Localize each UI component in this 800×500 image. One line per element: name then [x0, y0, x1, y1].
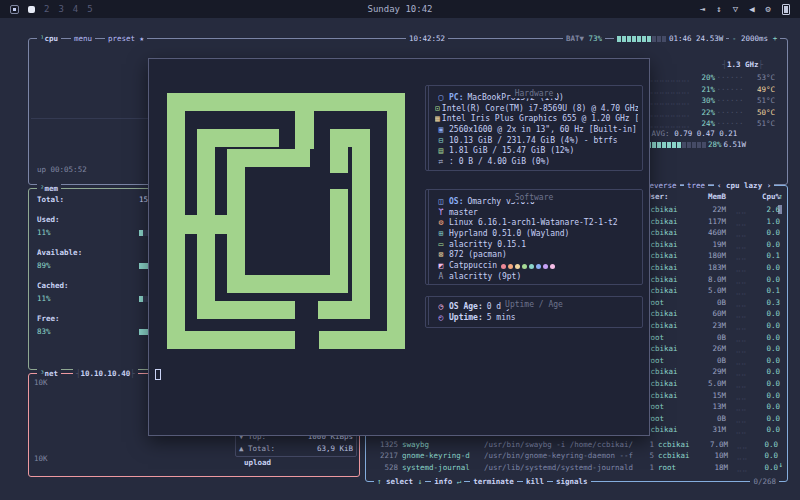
- dot-leader: ······: [715, 73, 745, 82]
- process-user: ccbikai: [646, 216, 692, 228]
- process-cpu: 0.0: [756, 366, 780, 378]
- process-row-detailed[interactable]: 528systemd-journal/usr/lib/systemd/syste…: [372, 462, 784, 473]
- process-row[interactable]: ccbikai31M⣀⣀0.0: [646, 424, 784, 436]
- process-cpu: 0.0: [756, 239, 780, 251]
- process-cpu: 0.3: [756, 297, 780, 309]
- sort-selector[interactable]: ‹ cpu lazy ›: [714, 181, 774, 190]
- process-mem: 26M: [692, 343, 726, 355]
- process-row[interactable]: ccbikai26M⣀⣀0.0: [646, 343, 784, 355]
- upload-tab[interactable]: upload: [241, 458, 274, 467]
- process-cpu: 0.0: [756, 308, 780, 320]
- process-threads: 1: [642, 462, 654, 473]
- scroll-up-icon[interactable]: ↑: [778, 192, 783, 201]
- core-usage: 24%: [689, 119, 715, 128]
- process-row[interactable]: ccbikai460M⣀⣀0.0: [646, 227, 784, 239]
- process-row[interactable]: ccbikai5.0M⣀⣀0.0: [646, 378, 784, 390]
- process-user: ccbikai: [646, 274, 692, 286]
- hardware-title: Hardware: [511, 89, 558, 98]
- kernel-icon: ⚙: [435, 218, 447, 229]
- meter-block: [622, 36, 626, 42]
- process-mem: 7.0M: [700, 439, 728, 450]
- process-row[interactable]: ccbikai15M⣀⣀0.0: [646, 390, 784, 402]
- dot-leader: ······: [715, 96, 745, 105]
- font-icon: A: [435, 272, 447, 283]
- process-cpu: 0.0: [756, 439, 778, 450]
- battery-icon[interactable]: [782, 4, 790, 15]
- process-command: /usr/lib/systemd/systemd-journald: [484, 462, 642, 473]
- process-row[interactable]: ccbikai60M⣀⣀0.0: [646, 308, 784, 320]
- meter-block: [627, 36, 631, 42]
- process-row[interactable]: ccbikai5.0M⣀⣀0.1: [646, 285, 784, 297]
- meter-block: [652, 142, 656, 148]
- process-row-detailed[interactable]: 2217gnome-keyring-d/usr/bin/gnome-keyrin…: [372, 450, 784, 461]
- process-row[interactable]: ccbikai183M⣀⣀0.0: [646, 262, 784, 274]
- fetch-row: ⇄: 0 B / 4.00 GiB (0%): [435, 157, 638, 168]
- fetch-row-text: alacritty (9pt): [449, 272, 521, 283]
- update-interval[interactable]: - 2000ms +: [729, 34, 780, 43]
- network-panel-title[interactable]: ³net: [37, 369, 61, 378]
- software-section: Software ◫OS:Omarchy v3.0.0ϒmaster⚙Linux…: [425, 189, 643, 285]
- process-cpu: 0.0: [756, 413, 780, 425]
- menu-button[interactable]: menu: [71, 34, 95, 43]
- fetch-row: ◩Catppuccin: [435, 261, 638, 272]
- battery-status: BAT▼ 73%: [563, 34, 605, 43]
- select-action[interactable]: ↑ select ↓: [374, 477, 425, 486]
- fetch-row-text: Hyprland 0.51.0 (Wayland): [449, 229, 569, 240]
- meter-block: [702, 142, 706, 148]
- dot-leader: ······: [715, 108, 745, 117]
- process-row[interactable]: root0B⣀⣀0.0: [646, 332, 784, 344]
- signals-action[interactable]: signals: [553, 477, 591, 486]
- meter-block: [657, 36, 661, 42]
- cpu-core-row: ⣀⣀⣀⣀⣀⣀⣀⣀⣀⣀20%······53°C: [637, 72, 783, 84]
- action-label: info: [434, 477, 452, 486]
- process-mem: 183M: [692, 262, 726, 274]
- core-temp: 49°C: [745, 85, 775, 94]
- meter-block: [697, 142, 701, 148]
- cpu-panel-title[interactable]: ¹cpu: [37, 34, 61, 43]
- preset-button[interactable]: preset ★: [105, 34, 147, 43]
- process-row[interactable]: ccbikai23M⣀⣀0.0: [646, 320, 784, 332]
- meter-block: [682, 142, 686, 148]
- terminate-action[interactable]: terminate: [470, 477, 517, 486]
- core-temp: 51°C: [745, 119, 775, 128]
- fetch-row: ⚙Linux 6.16.1-arch1-Watanare-T2-1-t2: [435, 218, 638, 229]
- process-row[interactable]: ccbikai117M⣀⣀1.0: [646, 216, 784, 228]
- process-row[interactable]: root0B⣀⣀0.0: [646, 355, 784, 367]
- process-row[interactable]: ccbikai22M⣀⣀2.6: [646, 204, 784, 216]
- kill-action[interactable]: kill: [523, 477, 547, 486]
- key-hint: ↓: [413, 477, 422, 486]
- fetch-row: Aalacritty (9pt): [435, 272, 638, 283]
- action-label: kill: [526, 477, 544, 486]
- fastfetch-window: Hardware ▢PC:MacBookPro15,2 (1.0)⊡Intel(…: [148, 58, 650, 436]
- key-hint: ↑: [377, 477, 386, 486]
- process-cpu: 0.0: [756, 424, 780, 436]
- process-cpu: 0.1: [756, 285, 780, 297]
- process-row[interactable]: ccbikai180M⣀⣀0.1: [646, 250, 784, 262]
- process-cpu: 0.0: [756, 343, 780, 355]
- process-rows-detailed: 1325swaybg/usr/bin/swaybg -i /home/ccbik…: [372, 439, 784, 473]
- process-cpu: 2.6: [756, 204, 780, 216]
- process-row[interactable]: ccbikai29M⣀⣀0.0: [646, 366, 784, 378]
- core-temp: 53°C: [745, 73, 775, 82]
- process-row-detailed[interactable]: 1325swaybg/usr/bin/swaybg -i /home/ccbik…: [372, 439, 784, 450]
- tree-button[interactable]: tree: [684, 181, 708, 190]
- scroll-down-icon[interactable]: ↓: [778, 460, 783, 469]
- info-action[interactable]: info ↵: [431, 477, 464, 486]
- uptime-section: Uptime / Age ◷OS Age:0 days◴Uptime:5 min…: [425, 296, 643, 328]
- process-row[interactable]: ccbikai8.0M⣀⣀0.0: [646, 274, 784, 286]
- process-cpu: 0.0: [756, 274, 780, 286]
- process-row[interactable]: root0B⣀⣀0.3: [646, 297, 784, 309]
- process-row[interactable]: root13M⣀⣀0.0: [646, 401, 784, 413]
- battery-time-watts: 01:46 24.53W: [666, 34, 726, 43]
- process-cpu-graph: ⣀⣀: [726, 204, 756, 216]
- memory-panel-title[interactable]: ²mem: [37, 184, 61, 193]
- meter-block: [672, 142, 676, 148]
- process-row[interactable]: root0B⣀⣀0.0: [646, 413, 784, 425]
- theme-palette-dots: [501, 261, 555, 272]
- process-row[interactable]: ccbikai19M⣀⣀0.0: [646, 239, 784, 251]
- process-cpu: 0.0: [756, 320, 780, 332]
- load-avg-values: 0.79 0.47 0.21: [674, 129, 737, 138]
- shell-cursor[interactable]: [155, 369, 161, 380]
- fetch-row-text: 2560x1600 @ 2x in 13", 60 Hz [Built-in]: [449, 125, 637, 136]
- process-cpu: 0.0: [756, 462, 778, 473]
